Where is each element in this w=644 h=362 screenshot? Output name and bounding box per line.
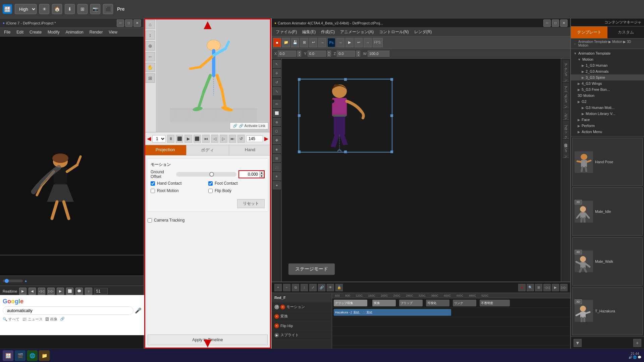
tl-del-btn[interactable]: − — [283, 284, 290, 291]
tab-template[interactable]: テンプレート — [571, 26, 607, 38]
camera-tracking-checkbox[interactable] — [148, 218, 152, 223]
taskbar-windows-icon[interactable]: 🪟 — [3, 350, 13, 361]
block-vert-label[interactable]: ブロック — [563, 121, 569, 139]
rotate-icon[interactable]: ↺ — [273, 78, 281, 86]
menu-create[interactable]: Create — [27, 29, 44, 35]
tree-g2[interactable]: ▶ G2 — [571, 99, 644, 105]
cta-tb-8[interactable]: ↩ — [355, 38, 363, 47]
cta-menu-edit[interactable]: 編集(E) — [300, 28, 318, 36]
taskbar-browser-icon[interactable]: 🌐 — [27, 350, 38, 361]
bone-icon[interactable]: ✤ — [273, 136, 281, 144]
x-input[interactable] — [278, 51, 296, 57]
move-icon[interactable]: ✛ — [273, 69, 281, 77]
menu-view[interactable]: View — [106, 29, 120, 35]
stage-mode-button[interactable]: ステージモード — [288, 263, 335, 275]
render-icon-btn[interactable]: ⬛ — [103, 4, 113, 14]
frame-number-input[interactable] — [246, 135, 263, 142]
reset-button[interactable]: リセット — [237, 199, 265, 208]
menu-file[interactable]: File — [1, 29, 13, 35]
prev-frame-tl[interactable]: ◁ — [211, 135, 218, 143]
tl-fold-btn[interactable]: ↕ — [301, 284, 308, 291]
camera-icon-btn[interactable]: 📷 — [90, 4, 100, 14]
tab-custom[interactable]: カスタム — [607, 26, 644, 38]
menu-animation[interactable]: Animation — [63, 29, 86, 35]
camera-tracking-label[interactable]: Camera Tracking — [154, 218, 184, 223]
puppet-icon[interactable]: ⬡ — [273, 127, 281, 135]
quality-select[interactable]: High — [15, 4, 37, 14]
pan-tool[interactable]: ✋ — [146, 63, 155, 72]
camera-view-btn[interactable]: ⬜ — [66, 288, 73, 295]
tree-motionlib[interactable]: ▶ Motion Library V... — [571, 111, 644, 117]
speed-select[interactable]: 1x — [152, 135, 166, 142]
next-frame-tl[interactable]: ▷ — [220, 135, 227, 143]
timeline-scrubber[interactable] — [3, 280, 23, 282]
google-search-tab[interactable]: 🔍 すべて — [3, 317, 19, 322]
tl-next-tl-btn[interactable]: ▷▷ — [560, 284, 568, 291]
root-motion-label[interactable]: Root Motion — [157, 188, 179, 193]
cta-maximize[interactable]: □ — [552, 19, 559, 27]
frame-input[interactable] — [94, 288, 108, 295]
play-btn[interactable]: ▶ — [19, 288, 26, 295]
rotate-tool[interactable]: ⊕ — [146, 41, 155, 51]
windows-logo[interactable]: 🪟 — [3, 4, 12, 14]
taskbar-iclone-icon[interactable]: 🎬 — [15, 350, 25, 361]
tl-snap-btn[interactable]: ⊞ — [535, 284, 542, 291]
back-arrow-icon[interactable]: ← — [574, 42, 577, 46]
light-icon[interactable]: ☀ — [273, 172, 281, 180]
scale-icon[interactable]: ⤡ — [273, 87, 281, 95]
handle-tl[interactable] — [298, 78, 301, 81]
cta-close[interactable]: ✕ — [560, 19, 568, 27]
ground-offset-spin[interactable]: ▲ ▼ — [259, 171, 264, 178]
hand-contact-label[interactable]: Hand Contact — [157, 181, 181, 186]
prev-key-btn[interactable]: ◀ — [29, 288, 36, 295]
object-icon[interactable]: ⊞ — [273, 154, 281, 162]
menu-edit[interactable]: Edit — [14, 29, 26, 35]
clip-link[interactable]: リンク — [453, 300, 476, 306]
tl-prev-tl-btn[interactable]: ◁◁ — [543, 284, 551, 291]
transform-track-x[interactable]: ✕ — [274, 314, 279, 319]
clip-motion[interactable]: Hazakura - ∫: 直結、∴: 直結 — [334, 309, 451, 316]
w-input[interactable] — [368, 51, 389, 57]
x-down[interactable]: ▼ — [297, 54, 301, 57]
loop-btn[interactable]: ↺ — [237, 135, 245, 143]
tab-body[interactable]: ボディ — [186, 145, 229, 155]
taskbar-folder-icon[interactable]: 📁 — [39, 350, 50, 361]
minimize-btn[interactable]: ─ — [117, 19, 124, 27]
play-fwd-btn[interactable]: ▶ — [184, 135, 192, 143]
home-tool[interactable]: ⌂ — [146, 20, 155, 29]
google-image-tab[interactable]: 🖼 画像 — [45, 317, 57, 322]
menu-modify[interactable]: Modify — [45, 29, 62, 35]
action-vert-label[interactable]: アクション — [563, 60, 569, 82]
z-input[interactable] — [337, 51, 355, 57]
tl-fit-btn[interactable]: ⤢ — [309, 284, 317, 291]
select-icon[interactable]: ↖ — [273, 60, 281, 68]
google-news-tab[interactable]: 📰 ニュース — [22, 317, 43, 322]
light-icon-btn[interactable]: ☀ — [39, 4, 49, 14]
flip-body-checkbox[interactable] — [208, 189, 213, 193]
tree-face[interactable]: ▶ Face — [571, 117, 644, 123]
tree-1g3human[interactable]: ▶ 1_G3 Human — [571, 62, 644, 68]
property-vert-label[interactable]: 弾性モーション — [563, 140, 569, 158]
handle-right[interactable] — [390, 114, 393, 117]
tl-vis-btn[interactable]: 👁 — [327, 284, 334, 291]
tl-red-btn[interactable]: ● — [518, 284, 526, 291]
spin-down[interactable]: ▼ — [259, 174, 264, 178]
erase-icon[interactable]: ⬜ — [273, 109, 281, 117]
thumb-maleidle[interactable]: 3D Male_Idle — [572, 187, 643, 236]
cta-menu-file[interactable]: ファイル(F) — [273, 28, 300, 36]
thumb-handpose[interactable]: Hand Pose — [572, 138, 643, 186]
cta-menu-create[interactable]: 作成(C) — [318, 28, 337, 36]
motion-track-icon[interactable]: ↺ — [274, 305, 279, 309]
google-search-input[interactable] — [3, 306, 133, 315]
anim-vert-label[interactable]: アニメーション — [563, 83, 569, 108]
y-up[interactable]: ▲ — [327, 51, 331, 54]
prev-key-tl[interactable]: ⏮ — [202, 135, 210, 143]
foot-contact-checkbox[interactable] — [208, 181, 213, 186]
cta-menu-animation[interactable]: アニメーション(A) — [337, 28, 376, 36]
tab-hand[interactable]: Hand — [229, 145, 271, 155]
hand-contact-checkbox[interactable] — [151, 181, 155, 186]
clip-visible[interactable]: 可視化 — [426, 300, 449, 306]
thumb-malewalk[interactable]: 3D Male_Walk — [572, 237, 643, 286]
mic-icon[interactable]: 🎤 — [135, 307, 142, 314]
ground-offset-slider[interactable] — [176, 172, 236, 177]
